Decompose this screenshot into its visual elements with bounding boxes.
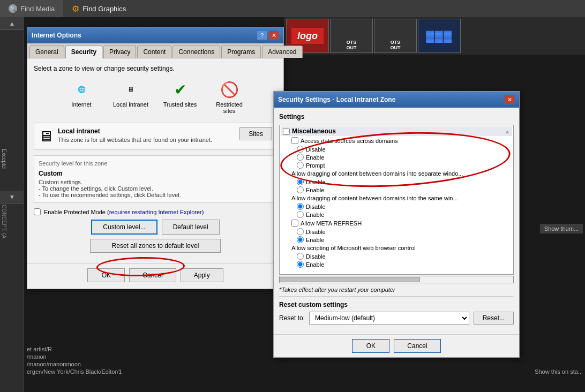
sidebar-arrow-up[interactable]: ▲: [0, 17, 24, 30]
zone-restricted-sites[interactable]: 🚫 Restrictedsites: [208, 78, 251, 116]
intranet-title: Local intranet: [58, 127, 235, 135]
sidebar-arrow-down[interactable]: ▼: [0, 191, 24, 203]
cancel-button[interactable]: Cancel: [129, 268, 176, 282]
thumb-item-4[interactable]: ▓▓▓: [418, 19, 461, 53]
thumb-item-2[interactable]: OTSOUT: [330, 19, 373, 53]
horizontal-scrollbar[interactable]: [279, 276, 514, 283]
protected-mode-label: Enable Protected Mode (requires restarti…: [44, 209, 204, 215]
security-cancel-button[interactable]: Cancel: [394, 339, 440, 353]
zone-trusted-sites[interactable]: ✔ Trusted sites: [159, 78, 201, 116]
tab-content[interactable]: Content: [137, 46, 171, 58]
info-line-2: /manon: [27, 353, 122, 360]
dialog-footer: OK Cancel Apply: [27, 263, 283, 289]
sites-button[interactable]: Sites: [239, 127, 272, 140]
internet-options-dialog: Internet Options ? ✕ General Security Pr…: [27, 27, 284, 289]
zone-restricted-sites-label: Restrictedsites: [216, 101, 243, 114]
show-thumbnails-button[interactable]: Show thum...: [540, 224, 583, 233]
gear-icon: ⚙: [72, 4, 79, 14]
meta-enable-row: Enable: [281, 236, 512, 244]
drag-same-enable-row: Enable: [281, 210, 512, 218]
intranet-desc: This zone is for all websites that are f…: [58, 137, 235, 143]
protected-mode-checkbox[interactable]: [34, 208, 41, 215]
internet-options-title-bar: Internet Options ? ✕: [27, 27, 283, 43]
drag-same-disable-row: Disable: [281, 202, 512, 210]
zone-local-intranet[interactable]: 🖥 Local intranet: [109, 78, 152, 116]
meta-refresh-checkbox[interactable]: [291, 220, 298, 227]
tab-programs[interactable]: Programs: [221, 46, 261, 58]
reset-to-select[interactable]: Medium-low (default): [309, 312, 469, 325]
collapse-icon[interactable]: ▲: [505, 129, 510, 134]
drag-same-header: Allow dragging of content between domain…: [281, 194, 512, 202]
drag-sep-enable-row: Enable: [281, 186, 512, 194]
meta-enable-label: Enable: [306, 237, 324, 243]
search-icon: 🔍: [9, 4, 17, 13]
drag-sep-disable-label: Disable: [306, 179, 326, 185]
apply-button[interactable]: Apply: [181, 268, 223, 282]
close-button[interactable]: ✕: [268, 31, 279, 40]
tab-general[interactable]: General: [29, 46, 64, 58]
thumbnails-row: logo OTSOUT OTSOUT ▓▓▓: [284, 17, 585, 55]
custom-level-button[interactable]: Custom level...: [91, 220, 157, 235]
access-data-disable-row: Disable: [281, 145, 512, 153]
script-disable-radio[interactable]: [297, 253, 304, 260]
access-data-checkbox[interactable]: [291, 137, 298, 144]
reset-all-zones-button[interactable]: Reset all zones to default level: [90, 239, 221, 253]
find-media-button[interactable]: 🔍 Find Media: [0, 0, 63, 17]
misc-checkbox[interactable]: [283, 128, 290, 135]
access-data-prompt-label: Prompt: [306, 162, 325, 169]
security-ok-button[interactable]: OK: [352, 339, 389, 353]
access-data-enable-label: Enable: [306, 154, 324, 161]
info-line-4: ergen/New York/Chris Black/Editor/1: [27, 368, 122, 375]
settings-list[interactable]: Miscellaneous ▲ Access data sources acro…: [279, 125, 514, 275]
intranet-text: Local intranet This zone is for all webs…: [58, 127, 235, 143]
dialog-body: Select a zone to view or change security…: [27, 58, 283, 263]
script-enable-label: Enable: [306, 261, 324, 268]
access-data-disable-radio[interactable]: [297, 146, 304, 153]
find-graphics-label: Find Graphics: [82, 5, 126, 13]
script-enable-radio[interactable]: [297, 261, 304, 268]
custom-level-desc: Custom settings. - To change the setting…: [39, 179, 272, 198]
drag-same-enable-label: Enable: [306, 212, 324, 218]
security-close-button[interactable]: ✕: [504, 95, 515, 104]
tab-advanced[interactable]: Advanced: [262, 46, 302, 58]
access-data-prompt-radio[interactable]: [297, 162, 304, 169]
find-graphics-button[interactable]: ⚙ Find Graphics: [63, 0, 134, 17]
zones-row: 🌐 Internet 🖥 Local intranet ✔ Trusted si…: [34, 78, 277, 116]
access-data-enable-radio[interactable]: [297, 154, 304, 161]
script-enable-row: Enable: [281, 260, 512, 268]
bottom-info: et artist/R /manon /manon/manonmoon erge…: [27, 346, 122, 376]
ok-button[interactable]: OK: [87, 268, 125, 282]
meta-refresh-header: Allow META REFRESH: [281, 218, 512, 228]
tab-privacy[interactable]: Privacy: [103, 46, 136, 58]
thumb-item-3[interactable]: OTSOUT: [374, 19, 417, 53]
globe-icon: 🌐: [72, 80, 91, 99]
security-settings-title-bar: Security Settings - Local Intranet Zone …: [274, 92, 519, 108]
access-data-prompt-row: Prompt: [281, 161, 512, 169]
help-button[interactable]: ?: [257, 31, 267, 40]
scripting-label: Allow scripting of Microsoft web browser…: [291, 245, 416, 251]
show-sta-label: Show this on sta...: [535, 368, 583, 375]
no-icon: 🚫: [220, 80, 239, 99]
access-data-label: Access data sources across domains: [301, 138, 398, 144]
tab-security[interactable]: Security: [65, 46, 102, 58]
drag-sep-disable-radio[interactable]: [297, 178, 304, 185]
zone-internet[interactable]: 🌐 Internet: [60, 78, 103, 116]
meta-disable-radio[interactable]: [297, 228, 304, 235]
reset-button[interactable]: Reset...: [474, 312, 514, 325]
tab-connections[interactable]: Connections: [172, 46, 220, 58]
drag-sep-enable-radio[interactable]: [297, 186, 304, 193]
protected-mode-link[interactable]: requires restarting Internet Explorer: [109, 209, 202, 215]
meta-enable-radio[interactable]: [297, 236, 304, 243]
drag-separate-label: Allow dragging of content between domain…: [291, 170, 463, 177]
drag-same-disable-radio[interactable]: [297, 203, 304, 210]
zone-instructions: Select a zone to view or change security…: [34, 65, 277, 72]
computer-icon: 🖥: [121, 80, 140, 99]
drag-same-disable-label: Disable: [306, 203, 326, 210]
default-level-button[interactable]: Default level: [162, 220, 220, 235]
security-settings-title: Security Settings - Local Intranet Zone: [278, 96, 395, 103]
drag-same-enable-radio[interactable]: [297, 211, 304, 218]
internet-options-title: Internet Options: [32, 32, 81, 39]
meta-refresh-label: Allow META REFRESH: [301, 220, 362, 227]
reset-custom-label: Reset custom settings: [279, 301, 514, 308]
title-bar-buttons: ? ✕: [257, 31, 279, 40]
